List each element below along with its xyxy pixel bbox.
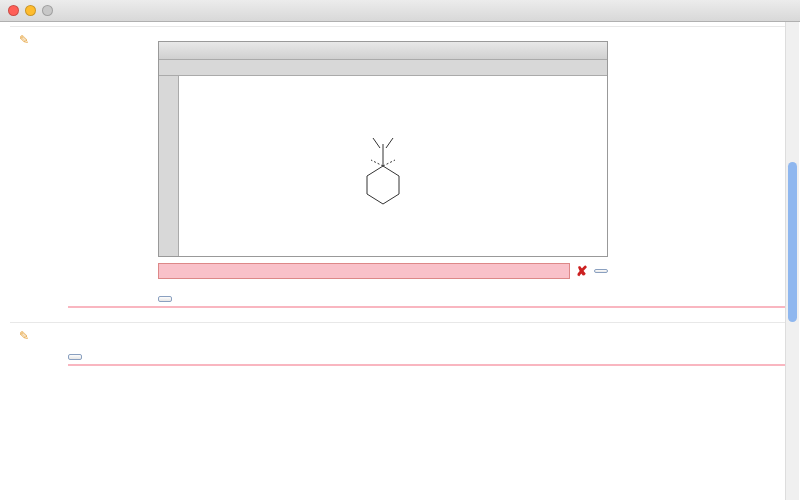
vertical-scrollbar[interactable]: [785, 22, 799, 390]
svg-line-3: [386, 138, 393, 148]
submit-button[interactable]: [158, 296, 172, 302]
edit-icon[interactable]: ✎: [19, 329, 29, 343]
submit-button[interactable]: [68, 354, 82, 360]
svg-line-2: [373, 138, 380, 148]
molecular-editor[interactable]: [158, 41, 608, 257]
scrollbar-thumb[interactable]: [788, 162, 797, 322]
insert-from-editor-button[interactable]: [594, 269, 608, 273]
feedback-text: [68, 366, 790, 370]
svg-marker-0: [367, 166, 399, 204]
feedback-text: [68, 308, 790, 312]
minimize-icon[interactable]: [25, 5, 36, 16]
edit-icon[interactable]: ✎: [19, 33, 29, 47]
question-2: ✎: [10, 26, 790, 322]
editor-credits: [612, 41, 710, 71]
question-3: ✎: [10, 322, 790, 380]
wrong-icon: ✘: [576, 263, 588, 279]
close-icon[interactable]: [8, 5, 19, 16]
zoom-icon[interactable]: [42, 5, 53, 16]
editor-canvas[interactable]: [179, 76, 607, 256]
window-titlebar: [0, 0, 800, 22]
svg-line-5: [371, 160, 383, 166]
smiles-input[interactable]: [158, 263, 570, 279]
svg-line-4: [383, 160, 395, 166]
